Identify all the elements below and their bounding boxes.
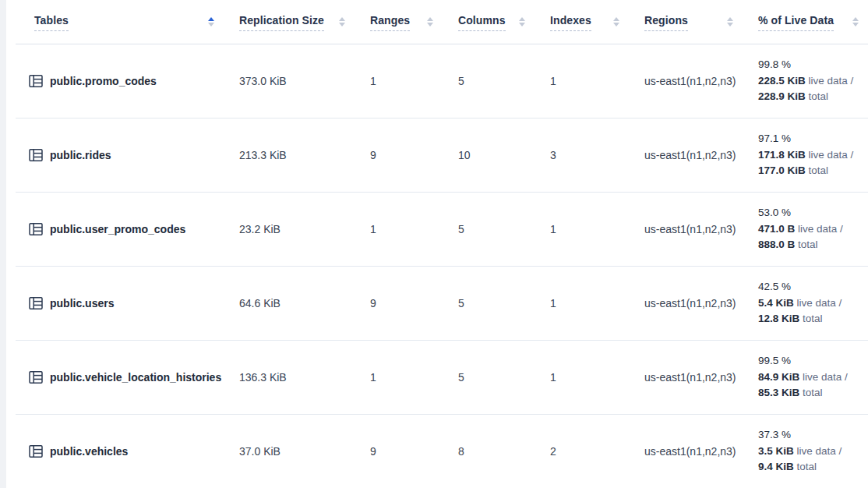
- column-header-columns[interactable]: Columns: [443, 0, 535, 44]
- cell-ranges: 1: [355, 341, 443, 414]
- cell-table-name: public.rides: [16, 118, 224, 192]
- total-data-amount: 12.8 KiB total: [758, 311, 823, 327]
- total-data-amount: 177.0 KiB total: [758, 163, 828, 179]
- cell-columns: 8: [443, 415, 535, 488]
- table-row: public.promo_codes 373.0 KiB 1 5 1 us-ea…: [16, 44, 868, 118]
- column-header-ranges[interactable]: Ranges: [355, 0, 443, 44]
- table-row: public.users 64.6 KiB 9 5 1 us-east1(n1,…: [16, 267, 868, 341]
- total-data-amount: 888.0 B total: [758, 237, 818, 253]
- live-data-amount: 5.4 KiB live data /: [758, 295, 842, 312]
- column-header-replication-size[interactable]: Replication Size: [224, 0, 355, 44]
- cell-ranges: 9: [355, 415, 443, 488]
- cell-table-name: public.vehicles: [16, 415, 224, 488]
- live-data-percent: 53.0 %: [758, 205, 791, 221]
- sort-icon[interactable]: [337, 16, 347, 28]
- cell-live-data: 99.5 % 84.9 KiB live data / 85.3 KiB tot…: [743, 341, 868, 414]
- table-name-link[interactable]: public.promo_codes: [50, 75, 157, 87]
- sort-icon[interactable]: [206, 16, 216, 28]
- column-header-label[interactable]: Replication Size: [239, 13, 324, 31]
- live-data-amount: 171.8 KiB live data /: [758, 147, 853, 164]
- cell-columns: 5: [443, 193, 535, 266]
- sort-icon[interactable]: [851, 16, 860, 28]
- sort-icon[interactable]: [725, 16, 735, 28]
- column-header-live-data[interactable]: % of Live Data: [743, 0, 868, 44]
- cell-live-data: 37.3 % 3.5 KiB live data / 9.4 KiB total: [743, 415, 868, 488]
- table-row: public.vehicle_location_histories 136.3 …: [16, 341, 868, 415]
- cell-live-data: 53.0 % 471.0 B live data / 888.0 B total: [743, 193, 868, 266]
- table-name-link[interactable]: public.users: [50, 297, 114, 309]
- column-header-label[interactable]: Regions: [644, 13, 688, 31]
- table-icon: [28, 295, 44, 311]
- cell-replication-size: 213.3 KiB: [224, 118, 355, 192]
- live-data-percent: 37.3 %: [758, 427, 791, 444]
- table-name-link[interactable]: public.user_promo_codes: [50, 223, 185, 235]
- table-row: public.rides 213.3 KiB 9 10 3 us-east1(n…: [16, 118, 868, 193]
- database-tables-panel: Tables Replication Size Ranges Columns I…: [6, 0, 868, 488]
- table-row: public.user_promo_codes 23.2 KiB 1 5 1 u…: [16, 193, 868, 267]
- table-name-link[interactable]: public.vehicles: [50, 445, 128, 458]
- total-data-amount: 228.9 KiB total: [758, 89, 828, 105]
- cell-regions: us-east1(n1,n2,n3): [629, 118, 743, 192]
- column-header-tables[interactable]: Tables: [16, 0, 224, 44]
- cell-live-data: 42.5 % 5.4 KiB live data / 12.8 KiB tota…: [743, 267, 868, 340]
- cell-regions: us-east1(n1,n2,n3): [629, 415, 743, 488]
- cell-indexes: 1: [535, 193, 629, 266]
- column-header-label[interactable]: Tables: [34, 13, 69, 31]
- cell-regions: us-east1(n1,n2,n3): [629, 341, 743, 414]
- tables-grid: Tables Replication Size Ranges Columns I…: [16, 0, 868, 488]
- cell-indexes: 1: [535, 341, 629, 414]
- table-body: public.promo_codes 373.0 KiB 1 5 1 us-ea…: [16, 44, 868, 488]
- cell-replication-size: 136.3 KiB: [224, 341, 355, 414]
- table-icon: [28, 370, 44, 385]
- live-data-amount: 3.5 KiB live data /: [758, 444, 842, 460]
- table-icon: [28, 147, 44, 163]
- table-icon: [28, 221, 44, 237]
- table-header-row: Tables Replication Size Ranges Columns I…: [16, 0, 868, 44]
- cell-regions: us-east1(n1,n2,n3): [629, 193, 743, 266]
- cell-indexes: 3: [535, 118, 629, 192]
- column-header-label[interactable]: Ranges: [370, 13, 410, 31]
- live-data-percent: 99.8 %: [758, 57, 791, 73]
- cell-columns: 5: [443, 341, 535, 414]
- cell-regions: us-east1(n1,n2,n3): [629, 44, 743, 118]
- cell-columns: 10: [443, 118, 535, 192]
- live-data-percent: 99.5 %: [758, 353, 791, 370]
- sort-icon[interactable]: [612, 16, 621, 28]
- column-header-label[interactable]: Indexes: [550, 13, 591, 31]
- cell-indexes: 1: [535, 267, 629, 340]
- table-icon: [28, 444, 44, 459]
- cell-replication-size: 64.6 KiB: [224, 267, 355, 340]
- live-data-amount: 84.9 KiB live data /: [758, 370, 848, 386]
- column-header-regions[interactable]: Regions: [629, 0, 743, 44]
- cell-table-name: public.promo_codes: [16, 44, 224, 118]
- cell-table-name: public.user_promo_codes: [16, 193, 224, 266]
- live-data-amount: 471.0 B live data /: [758, 221, 843, 238]
- column-header-label[interactable]: % of Live Data: [758, 13, 834, 31]
- table-name-link[interactable]: public.rides: [50, 149, 111, 161]
- live-data-percent: 42.5 %: [758, 279, 791, 295]
- column-header-indexes[interactable]: Indexes: [535, 0, 629, 44]
- cell-ranges: 1: [355, 44, 443, 118]
- cell-ranges: 1: [355, 193, 443, 266]
- page-background-strip: [0, 0, 6, 488]
- cell-regions: us-east1(n1,n2,n3): [629, 267, 743, 340]
- cell-columns: 5: [443, 267, 535, 340]
- live-data-amount: 228.5 KiB live data /: [758, 73, 853, 90]
- total-data-amount: 85.3 KiB total: [758, 385, 823, 401]
- total-data-amount: 9.4 KiB total: [758, 459, 817, 476]
- cell-ranges: 9: [355, 267, 443, 340]
- table-row: public.vehicles 37.0 KiB 9 8 2 us-east1(…: [16, 415, 868, 488]
- cell-table-name: public.vehicle_location_histories: [16, 341, 224, 414]
- live-data-percent: 97.1 %: [758, 131, 791, 147]
- cell-replication-size: 373.0 KiB: [224, 44, 355, 118]
- table-name-link[interactable]: public.vehicle_location_histories: [50, 371, 221, 384]
- sort-icon[interactable]: [425, 16, 435, 28]
- sort-icon[interactable]: [517, 16, 527, 28]
- cell-live-data: 97.1 % 171.8 KiB live data / 177.0 KiB t…: [743, 118, 868, 192]
- column-header-label[interactable]: Columns: [458, 13, 506, 31]
- cell-ranges: 9: [355, 118, 443, 192]
- cell-indexes: 2: [535, 415, 629, 488]
- cell-replication-size: 23.2 KiB: [224, 193, 355, 266]
- cell-table-name: public.users: [16, 267, 224, 340]
- cell-columns: 5: [443, 44, 535, 118]
